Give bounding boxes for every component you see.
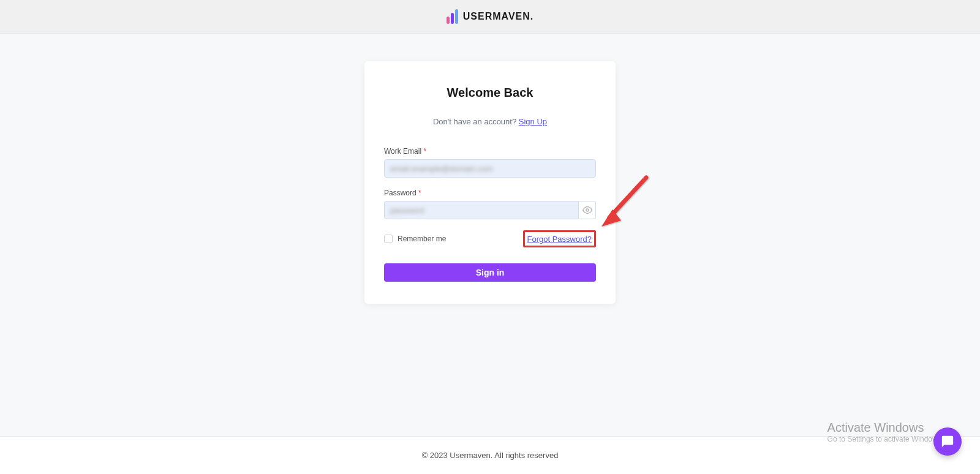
required-asterisk: * bbox=[418, 189, 421, 197]
email-label: Work Email * bbox=[384, 147, 596, 156]
signup-prompt-text: Don't have an account? bbox=[433, 117, 519, 126]
watermark-subtitle: Go to Settings to activate Windows. bbox=[827, 435, 943, 443]
logo: USERMAVEN. bbox=[447, 9, 534, 24]
brand-text: USERMAVEN. bbox=[463, 11, 534, 22]
remember-me-group: Remember me bbox=[384, 235, 446, 243]
svg-point-0 bbox=[586, 209, 589, 211]
logo-bars-icon bbox=[447, 9, 458, 24]
login-card: Welcome Back Don't have an account? Sign… bbox=[364, 61, 616, 304]
required-asterisk: * bbox=[423, 147, 426, 156]
password-label: Password * bbox=[384, 189, 596, 197]
eye-icon bbox=[582, 205, 592, 215]
card-title: Welcome Back bbox=[384, 86, 596, 100]
toggle-password-visibility-button[interactable] bbox=[579, 201, 596, 219]
main-content: Welcome Back Don't have an account? Sign… bbox=[0, 34, 980, 304]
chat-icon bbox=[941, 435, 954, 448]
email-form-group: Work Email * email.example@domain.com bbox=[384, 147, 596, 178]
email-input[interactable] bbox=[384, 159, 596, 178]
header: USERMAVEN. bbox=[0, 0, 980, 34]
copyright-text: © 2023 Usermaven. All rights reserved bbox=[422, 451, 559, 460]
signup-prompt-row: Don't have an account? Sign Up bbox=[384, 117, 596, 126]
password-form-group: Password * password bbox=[384, 189, 596, 219]
remember-forgot-row: Remember me Forgot Password? bbox=[384, 230, 596, 247]
chat-widget-button[interactable] bbox=[933, 427, 962, 456]
signup-link[interactable]: Sign Up bbox=[519, 117, 547, 126]
remember-me-label: Remember me bbox=[398, 235, 446, 243]
windows-activation-watermark: Activate Windows Go to Settings to activ… bbox=[827, 421, 943, 443]
forgot-password-link[interactable]: Forgot Password? bbox=[527, 235, 592, 244]
watermark-title: Activate Windows bbox=[827, 421, 943, 435]
password-input[interactable] bbox=[384, 201, 579, 219]
remember-me-checkbox[interactable] bbox=[384, 235, 393, 243]
signin-button[interactable]: Sign in bbox=[384, 263, 596, 282]
forgot-password-highlight: Forgot Password? bbox=[523, 230, 597, 247]
